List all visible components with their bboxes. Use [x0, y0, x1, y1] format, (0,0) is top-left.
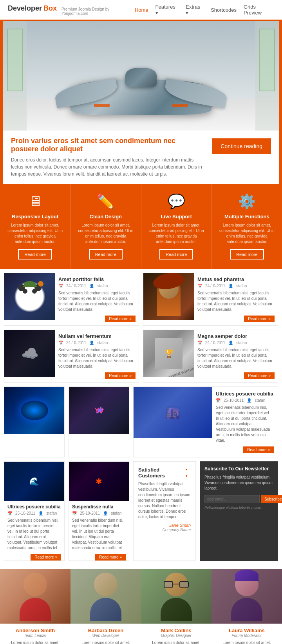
team-member-2: Barbara Green - Web Developer - Lorem ip… [70, 569, 141, 644]
team-role-2: - Web Developer - [75, 633, 136, 638]
calendar-icon-4: 📅 [197, 341, 202, 345]
small-card-btn-2[interactable]: Read more » [95, 554, 126, 561]
gallery-row: ★ YJ 🌆 Ultrices posuere cubilia 📅 25-10-… [4, 386, 278, 457]
hero-image [0, 21, 282, 131]
feature-functions: ⚙️ Multiple Functions Lorem ipsum dolor … [212, 184, 282, 269]
feature-responsive-desc: Lorem ipsum dolor sit amet, consectetur … [6, 223, 64, 245]
blog-meta-2: 📅 24-10-2011 👤 stafan [197, 284, 275, 288]
hero-title: Proin varius eros sit amet sem condiment… [11, 137, 204, 153]
feature-responsive-btn[interactable]: Read more [18, 249, 52, 259]
blog-date-4: 24-10-2011 [205, 341, 225, 345]
team-desc-4: Lorem ipsum dolor sit amet, consectetur … [216, 640, 277, 644]
gallery-large-date: 25-10-2011 [224, 398, 244, 403]
gallery-large-inner: 🌆 Ultrices posuere cubilia 📅 25-10-2011 … [134, 387, 278, 457]
blog-title-3: Nullam vel fermentum [58, 333, 136, 339]
feature-functions-title: Multiple Functions [218, 214, 276, 220]
blog-card-1: Amet porttitor felis 📅 24-10-2011 👤 staf… [4, 273, 139, 326]
continue-reading-button[interactable]: Continue reading [212, 138, 271, 154]
nav-features[interactable]: Features ▾ [155, 4, 179, 16]
small-card-btn-1[interactable]: Read more » [31, 554, 61, 561]
calendar-icon-large: 📅 [216, 398, 221, 403]
blog-thumb-3: ☁️ [4, 330, 55, 377]
user-icon-4: 👤 [228, 341, 233, 345]
clean-icon: ✏️ [77, 193, 134, 210]
user-icon-3: 👤 [89, 341, 94, 345]
team-role-4: - Forum Moderator - [216, 633, 277, 638]
small-card-meta-1: 📅25-10-2011 👤stafan [7, 511, 61, 515]
gallery-large-content: Ultrices posuere cubilia 📅 25-10-2011 👤 … [212, 387, 278, 457]
feature-support-title: Live Support [148, 214, 205, 220]
feature-support: 💬 Live Support Lorem ipsum dolor sit ame… [141, 184, 212, 269]
feature-clean-btn[interactable]: Read more [89, 249, 123, 259]
blog-content-3: Nullam vel fermentum 📅 24-10-2011 👤 staf… [55, 330, 139, 382]
feature-clean: ✏️ Clean Design Lorem ipsum dolor sit am… [70, 184, 141, 269]
feature-functions-desc: Lorem ipsum dolor sit amet, consectetur … [218, 223, 276, 245]
small-card-1: 🌊 Ultrices posuere cubilia 📅25-10-2011 👤… [4, 461, 65, 561]
feature-clean-desc: Lorem ipsum dolor sit amet, consectetur … [77, 223, 134, 245]
blog-card-2: Metus sed pharetra 📅 24-10-2011 👤 stafan… [143, 273, 278, 326]
small-card-excerpt-2: Sed venenatis bibendum nisi, eget iaculi… [72, 518, 126, 551]
hero-text-section: Proin varius eros sit amet sem condiment… [0, 131, 282, 184]
gallery-large-read-more[interactable]: Read more » [243, 446, 274, 453]
feature-functions-btn[interactable]: Read more [230, 249, 264, 259]
gallery-thumb-1 [4, 387, 64, 434]
blog-date-1: 24-10-2011 [66, 284, 86, 288]
features-section: 🖥 Responsive Layout Lorem ipsum dolor si… [0, 184, 282, 269]
testimonial-card: Satisfied Customers • • Phasellus fringi… [133, 461, 196, 561]
newsletter-card: Subscribe To Our Newsletter Phasellus fr… [200, 461, 278, 561]
newsletter-footer: Pellentesque eleifend lobortis mattis [204, 506, 273, 510]
team-photo-3 [141, 569, 212, 624]
read-more-btn-3[interactable]: Read more » [105, 372, 136, 379]
read-more-btn-2[interactable]: Read more » [244, 316, 275, 322]
blog-date-2: 24-10-2011 [205, 284, 225, 288]
team-member-3: Mark Collins - Graphic Designer - Lorem … [141, 569, 212, 644]
newsletter-subscribe-btn[interactable]: Subscribe [261, 495, 282, 503]
testimonial-title: Satisfied Customers • • [138, 466, 191, 479]
blog-author-3: stafan [97, 341, 108, 345]
blog-row-1: Amet porttitor felis 📅 24-10-2011 👤 staf… [4, 273, 278, 326]
team-section: Anderson Smith - Team Leader - Lorem ips… [0, 569, 282, 644]
user-icon-2: 👤 [228, 284, 233, 288]
nav-home[interactable]: Home [135, 7, 148, 13]
blog-card-3: ☁️ Nullam vel fermentum 📅 24-10-2011 👤 s… [4, 330, 139, 383]
small-card-content-2: Suspendisse nulla 📅25-10-2011 👤stafan Se… [69, 501, 129, 557]
blog-title-1: Amet porttitor felis [58, 276, 136, 282]
logo: DeveloperBox Premium Joomla Design by Yo… [8, 4, 135, 16]
team-desc-3: Lorem ipsum dolor sit amet, consectetur … [146, 640, 207, 644]
newsletter-desc: Phasellus fringilla volutpat vestibulum.… [204, 475, 273, 491]
gallery-thumb-2: ★ YJ [69, 387, 129, 434]
blog-thumb-2 [143, 273, 194, 320]
read-more-btn-1[interactable]: Read more » [105, 316, 136, 322]
gallery-large-thumb: 🌆 [134, 387, 212, 438]
user-icon-large: 👤 [247, 398, 251, 403]
nav-extras[interactable]: Extras ▾ [186, 4, 204, 16]
feature-support-btn[interactable]: Read more [159, 249, 193, 259]
feature-responsive-title: Responsive Layout [6, 214, 64, 220]
blog-thumb-1 [4, 273, 55, 320]
read-more-btn-4[interactable]: Read more » [244, 372, 275, 379]
small-card-title-2: Suspendisse nulla [72, 504, 126, 510]
gallery-large-meta: 📅 25-10-2011 👤 stafan [216, 398, 274, 403]
gallery-large-author: stafan [255, 398, 265, 403]
logo-tagline: Premium Joomla Design by Youjoomia.com [61, 7, 135, 16]
testimonial-company: Company Name [138, 528, 191, 532]
newsletter-email-input[interactable] [204, 495, 260, 503]
team-desc-2: Lorem ipsum dolor sit amet, consectetur … [75, 640, 136, 644]
team-member-4: Laura Williams - Forum Moderator - Lorem… [212, 569, 282, 644]
team-info-1: Anderson Smith - Team Leader - Lorem ips… [0, 624, 70, 644]
nav-grids[interactable]: Grids Preview [244, 4, 274, 16]
blog-thumb-4: award winningpho... 🏆 [143, 330, 194, 377]
gallery-card-2: ★ YJ [69, 386, 129, 457]
blog-title-2: Metus sed pharetra [197, 276, 275, 282]
gallery-large-excerpt: Sed venenatis bibendum nisi, eget iaculi… [216, 405, 274, 443]
gallery-card-1 [4, 386, 65, 457]
header: DeveloperBox Premium Joomla Design by Yo… [0, 0, 282, 21]
team-info-3: Mark Collins - Graphic Designer - Lorem … [141, 624, 212, 644]
blog-title-4: Magna semper dolor [197, 333, 275, 339]
testimonial-dots[interactable]: • • [186, 466, 191, 479]
blog-date-3: 24-10-2011 [66, 341, 86, 345]
nav-shortcodes[interactable]: Shortcodes [211, 7, 237, 13]
blog-card-4: award winningpho... 🏆 Magna semper dolor… [143, 330, 278, 383]
hero-background [3, 21, 279, 131]
team-member-1: Anderson Smith - Team Leader - Lorem ips… [0, 569, 70, 644]
